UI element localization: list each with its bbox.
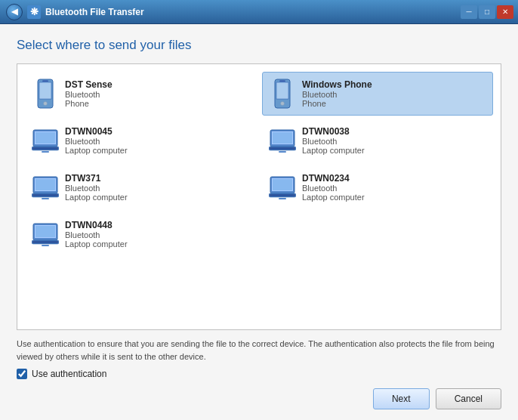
close-button[interactable]: ✕ [497, 5, 513, 19]
device-connection-type: Bluetooth [302, 137, 365, 146]
footer-info: Use authentication to ensure that you ar… [17, 338, 501, 363]
device-name: DTW371 [65, 173, 128, 184]
svg-rect-21 [279, 151, 286, 153]
page-title: Select where to send your files [17, 38, 501, 53]
device-connection-type: Bluetooth [302, 90, 372, 99]
maximize-button[interactable]: □ [479, 5, 495, 19]
device-category: Laptop computer [65, 239, 128, 249]
window-controls: ─ □ ✕ [461, 5, 513, 19]
laptop-icon [269, 171, 296, 204]
device-category: Laptop computer [302, 193, 365, 202]
svg-rect-35 [279, 198, 286, 199]
title-bar: ◀ ❋ Bluetooth File Transfer ─ □ ✕ [0, 0, 518, 24]
laptop-icon [32, 124, 59, 157]
bluetooth-icon: ❋ [27, 5, 41, 19]
laptop-icon [32, 171, 59, 204]
svg-rect-24 [35, 179, 55, 190]
window-title: Bluetooth File Transfer [45, 7, 144, 17]
device-name: DTWN0448 [65, 220, 128, 230]
phone-icon [269, 77, 296, 110]
device-connection-type: Bluetooth [65, 137, 128, 146]
svg-rect-17 [273, 132, 292, 144]
svg-rect-5 [276, 82, 288, 99]
svg-rect-41 [35, 242, 56, 243]
svg-point-2 [44, 102, 48, 106]
device-category: Phone [302, 99, 372, 108]
svg-rect-27 [35, 195, 56, 196]
device-connection-type: Bluetooth [65, 90, 113, 99]
svg-rect-3 [42, 81, 48, 82]
device-info: DTWN0038BluetoothLaptop computer [302, 126, 365, 155]
svg-rect-10 [35, 132, 55, 144]
device-info: DTWN0045BluetoothLaptop computer [65, 126, 128, 155]
device-connection-type: Bluetooth [65, 230, 128, 239]
device-item-laptop-0371[interactable]: DTW371BluetoothLaptop computer [25, 165, 256, 209]
svg-point-6 [281, 102, 285, 106]
title-bar-left: ◀ ❋ Bluetooth File Transfer [6, 4, 144, 20]
device-item-windows-phone[interactable]: Windows PhoneBluetoothPhone [262, 72, 493, 116]
svg-rect-31 [273, 179, 292, 190]
svg-rect-14 [42, 151, 49, 153]
device-category: Phone [65, 99, 113, 108]
device-item-laptop-0045[interactable]: DTWN0045BluetoothLaptop computer [25, 119, 256, 162]
auth-checkbox[interactable] [17, 369, 27, 379]
cancel-button[interactable]: Cancel [436, 388, 501, 409]
next-button[interactable]: Next [373, 388, 430, 409]
device-list: DST SenseBluetoothPhone Windows PhoneBlu… [17, 63, 501, 330]
auth-row: Use authentication [17, 369, 501, 379]
svg-rect-34 [272, 195, 293, 196]
device-item-laptop-0448[interactable]: DTWN0448BluetoothLaptop computer [25, 212, 256, 256]
device-name: DST Sense [65, 79, 113, 90]
device-name: DTWN0045 [65, 126, 128, 137]
device-item-dst-sense[interactable]: DST SenseBluetoothPhone [25, 72, 256, 116]
svg-rect-13 [35, 148, 56, 150]
main-content: Select where to send your files DST Sens… [0, 24, 518, 420]
device-item-laptop-0038[interactable]: DTWN0038BluetoothLaptop computer [262, 119, 493, 162]
svg-rect-38 [35, 226, 55, 237]
device-info: DST SenseBluetoothPhone [65, 79, 113, 108]
laptop-icon [32, 218, 59, 251]
svg-rect-1 [39, 82, 51, 99]
svg-rect-20 [272, 148, 293, 150]
device-name: Windows Phone [302, 79, 372, 90]
back-button[interactable]: ◀ [6, 4, 23, 20]
laptop-icon [269, 124, 296, 157]
auth-label[interactable]: Use authentication [32, 369, 106, 379]
svg-rect-28 [42, 198, 49, 199]
device-info: DTWN0234BluetoothLaptop computer [302, 173, 365, 202]
device-info: Windows PhoneBluetoothPhone [302, 79, 372, 108]
device-category: Laptop computer [65, 146, 128, 155]
device-name: DTWN0038 [302, 126, 365, 137]
device-connection-type: Bluetooth [65, 184, 128, 193]
device-info: DTWN0448BluetoothLaptop computer [65, 220, 128, 249]
device-name: DTWN0234 [302, 173, 365, 184]
device-category: Laptop computer [65, 193, 128, 202]
minimize-button[interactable]: ─ [461, 5, 477, 19]
device-connection-type: Bluetooth [302, 184, 365, 193]
phone-icon [32, 77, 59, 110]
svg-rect-7 [279, 81, 285, 82]
svg-rect-42 [42, 245, 49, 246]
device-item-laptop-0234[interactable]: DTWN0234BluetoothLaptop computer [262, 165, 493, 209]
device-category: Laptop computer [302, 146, 365, 155]
device-info: DTW371BluetoothLaptop computer [65, 173, 128, 202]
button-row: Next Cancel [17, 388, 501, 409]
